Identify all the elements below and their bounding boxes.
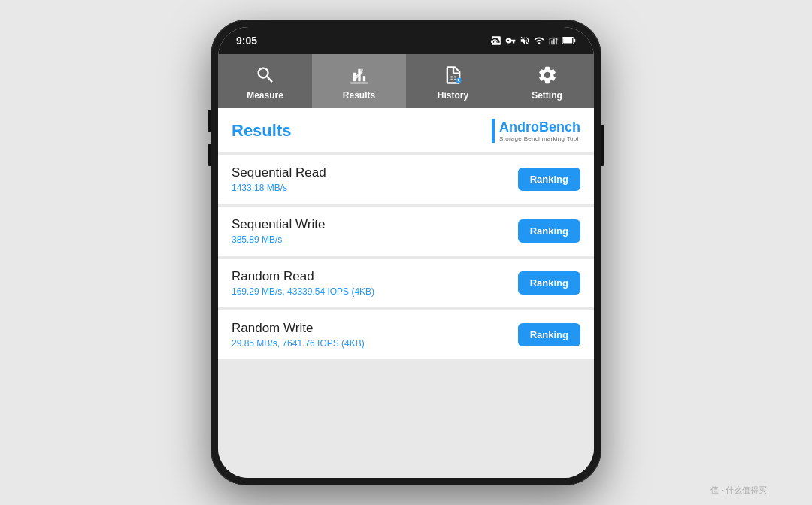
search-icon <box>255 65 276 86</box>
svg-rect-6 <box>563 38 572 44</box>
ranking-button[interactable]: Ranking <box>518 323 580 346</box>
measure-label: Measure <box>247 90 283 101</box>
brand-subtitle: Storage Benchmarking Tool <box>499 135 580 142</box>
watermark-text: 值 · 什么值得买 <box>710 485 767 496</box>
svg-rect-3 <box>556 38 557 44</box>
status-time: 9:05 <box>236 35 257 47</box>
tab-setting[interactable]: Setting <box>500 54 594 108</box>
document-icon <box>443 65 464 86</box>
result-row: Random Write 29.85 MB/s, 7641.76 IOPS (4… <box>218 310 594 359</box>
result-value: 1433.18 MB/s <box>232 183 518 193</box>
result-info: Sequential Write 385.89 MB/s <box>232 217 518 245</box>
page-wrapper: 值 · 什么值得买 9:05 <box>0 0 812 505</box>
content-area: Results AndroBench Storage Benchmarking … <box>218 108 594 478</box>
result-row: Random Read 169.29 MB/s, 43339.54 IOPS (… <box>218 259 594 307</box>
volume-up-button <box>208 110 211 132</box>
result-info: Random Write 29.85 MB/s, 7641.76 IOPS (4… <box>232 321 518 349</box>
status-bar: 9:05 <box>218 27 594 54</box>
brand-accent-bar <box>492 119 495 143</box>
result-value: 385.89 MB/s <box>232 234 518 245</box>
history-icon <box>441 63 465 87</box>
gear-icon <box>537 65 558 86</box>
ranking-button[interactable]: Ranking <box>518 168 580 191</box>
status-icons <box>491 35 576 46</box>
svg-rect-5 <box>574 39 575 43</box>
nav-tabs: Measure Results History <box>218 54 594 108</box>
svg-rect-1 <box>551 40 553 44</box>
wifi-icon <box>534 35 544 46</box>
result-name: Random Read <box>232 269 518 284</box>
result-row: Sequential Read 1433.18 MB/s Ranking <box>218 155 594 204</box>
results-label: Results <box>343 90 375 101</box>
brand-text: AndroBench Storage Benchmarking Tool <box>499 119 580 142</box>
tab-results[interactable]: Results <box>312 54 406 108</box>
result-value: 29.85 MB/s, 7641.76 IOPS (4KB) <box>232 338 518 349</box>
phone-frame: 9:05 <box>211 20 601 485</box>
signal-icon <box>548 35 559 46</box>
setting-icon <box>535 63 559 87</box>
volume-down-button <box>208 144 211 166</box>
results-icon <box>347 63 371 87</box>
tab-history[interactable]: History <box>406 54 500 108</box>
brand-name-black: Andro <box>499 119 539 135</box>
phone-screen: 9:05 <box>218 27 594 478</box>
key-icon <box>505 35 516 46</box>
result-row: Sequential Write 385.89 MB/s Ranking <box>218 207 594 256</box>
result-name: Sequential Write <box>232 217 518 232</box>
chart-icon <box>349 65 370 86</box>
results-header: Results AndroBench Storage Benchmarking … <box>218 108 594 152</box>
power-button <box>601 125 604 166</box>
ranking-button[interactable]: Ranking <box>518 219 580 243</box>
brand-logo: AndroBench Storage Benchmarking Tool <box>492 119 580 143</box>
ranking-button[interactable]: Ranking <box>518 271 580 295</box>
result-name: Sequential Read <box>232 165 518 180</box>
results-title: Results <box>232 121 291 141</box>
result-info: Sequential Read 1433.18 MB/s <box>232 165 518 193</box>
setting-label: Setting <box>532 90 562 101</box>
result-info: Random Read 169.29 MB/s, 43339.54 IOPS (… <box>232 269 518 297</box>
nfc-icon <box>491 35 501 46</box>
brand-name: AndroBench <box>499 119 580 135</box>
result-value: 169.29 MB/s, 43339.54 IOPS (4KB) <box>232 286 518 297</box>
tab-measure[interactable]: Measure <box>218 54 312 108</box>
svg-rect-0 <box>549 41 550 44</box>
mute-icon <box>520 35 530 46</box>
battery-icon <box>562 35 576 46</box>
svg-rect-2 <box>553 39 555 45</box>
result-rows-container: Sequential Read 1433.18 MB/s Ranking Seq… <box>218 155 594 359</box>
brand-name-blue: Bench <box>539 119 580 135</box>
history-label: History <box>438 90 468 101</box>
result-name: Random Write <box>232 321 518 336</box>
measure-icon <box>253 63 277 87</box>
